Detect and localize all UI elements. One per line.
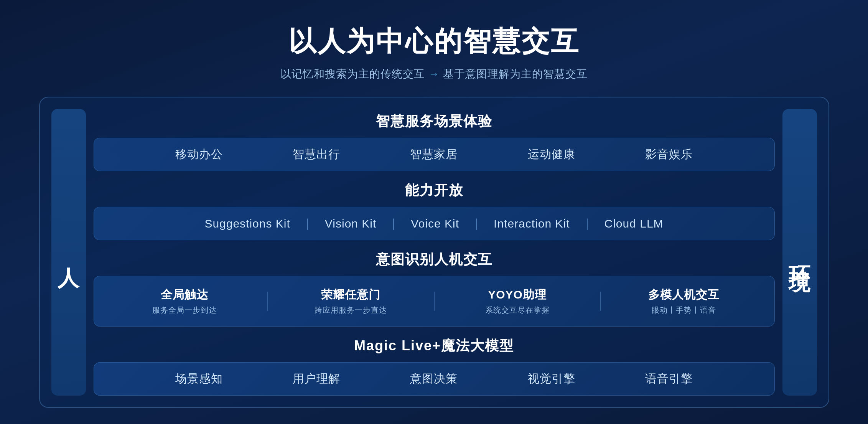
kit-vision: Vision Kit	[313, 217, 388, 230]
kit-suggestions: Suggestions Kit	[193, 217, 301, 230]
intent-divider-2	[434, 292, 435, 311]
section-ability: 能力开放 Suggestions Kit ｜ Vision Kit ｜ Voic…	[94, 178, 775, 240]
scene-item-1: 移动办公	[175, 147, 223, 162]
center-content: 智慧服务场景体验 移动办公 智慧出行 智慧家居 运动健康 影音娱乐 能力开放 S…	[94, 109, 775, 396]
scene-card-row: 移动办公 智慧出行 智慧家居 运动健康 影音娱乐	[94, 138, 775, 171]
main-title: 以人为中心的智慧交互	[280, 23, 588, 60]
side-label-right: 环境	[782, 109, 817, 396]
main-frame: 人 智慧服务场景体验 移动办公 智慧出行 智慧家居 运动健康 影音娱乐 能力开放…	[39, 97, 829, 408]
intent-item-1-title: 全局触达	[161, 287, 208, 303]
magic-item-2: 用户理解	[293, 371, 340, 387]
intent-divider-1	[267, 292, 268, 311]
page-header: 以人为中心的智慧交互 以记忆和搜索为主的传统交互 → 基于意图理解为主的智慧交互	[280, 0, 588, 81]
intent-item-3: YOYO助理 系统交互尽在掌握	[438, 287, 596, 315]
magic-card-row: 场景感知 用户理解 意图决策 视觉引擎 语音引擎	[94, 362, 775, 396]
section-ability-title: 能力开放	[94, 178, 775, 203]
sub-title: 以记忆和搜索为主的传统交互 → 基于意图理解为主的智慧交互	[280, 67, 588, 81]
scene-item-3: 智慧家居	[410, 147, 458, 162]
intent-item-2-title: 荣耀任意门	[321, 287, 380, 303]
sub-title-arrow: →	[428, 68, 440, 80]
section-intent-title: 意图识别人机交互	[94, 247, 775, 272]
section-magic-title: Magic Live+魔法大模型	[94, 333, 775, 358]
intent-item-1-sub: 服务全局一步到达	[152, 305, 217, 315]
kit-sep-1: ｜	[302, 216, 313, 231]
intent-item-2: 荣耀任意门 跨应用服务一步直达	[272, 287, 430, 315]
side-label-left: 人	[51, 109, 86, 396]
section-scene-title: 智慧服务场景体验	[94, 109, 775, 134]
scene-item-5: 影音娱乐	[645, 147, 693, 162]
section-magic: Magic Live+魔法大模型 场景感知 用户理解 意图决策 视觉引擎 语音引…	[94, 333, 775, 396]
intent-item-4-sub: 眼动丨手势丨语音	[652, 305, 716, 315]
sub-title-left: 以记忆和搜索为主的传统交互	[280, 68, 425, 80]
magic-item-3: 意图决策	[410, 371, 458, 387]
magic-item-5: 语音引擎	[645, 371, 693, 387]
intent-item-3-sub: 系统交互尽在掌握	[485, 305, 550, 315]
kit-sep-3: ｜	[471, 216, 482, 231]
intent-item-4-title: 多模人机交互	[648, 287, 720, 303]
intent-item-1: 全局触达 服务全局一步到达	[105, 287, 264, 315]
intent-item-2-sub: 跨应用服务一步直达	[315, 305, 387, 315]
kit-interaction: Interaction Kit	[482, 217, 581, 230]
section-scene: 智慧服务场景体验 移动办公 智慧出行 智慧家居 运动健康 影音娱乐	[94, 109, 775, 171]
intent-card-row: 全局触达 服务全局一步到达 荣耀任意门 跨应用服务一步直达 YOYO助理 系统交…	[94, 276, 775, 327]
intent-item-4: 多模人机交互 眼动丨手势丨语音	[605, 287, 763, 315]
section-intent: 意图识别人机交互 全局触达 服务全局一步到达 荣耀任意门 跨应用服务一步直达 Y…	[94, 247, 775, 327]
kit-cloud-llm: Cloud LLM	[593, 217, 675, 230]
magic-item-1: 场景感知	[175, 371, 223, 387]
magic-item-4: 视觉引擎	[528, 371, 575, 387]
kit-voice: Voice Kit	[399, 217, 471, 230]
intent-divider-3	[600, 292, 601, 311]
sub-title-right: 基于意图理解为主的智慧交互	[443, 68, 588, 80]
kit-sep-4: ｜	[581, 216, 593, 231]
scene-item-2: 智慧出行	[293, 147, 340, 162]
kit-sep-2: ｜	[388, 216, 399, 231]
scene-item-4: 运动健康	[528, 147, 575, 162]
ability-card-row: Suggestions Kit ｜ Vision Kit ｜ Voice Kit…	[94, 207, 775, 240]
intent-item-3-title: YOYO助理	[488, 287, 547, 303]
